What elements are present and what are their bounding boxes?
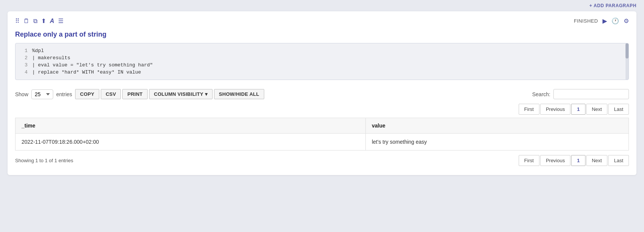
- bottom-row: Showing 1 to 1 of 1 entries First Previo…: [15, 155, 629, 166]
- top-first-button[interactable]: First: [519, 104, 539, 115]
- controls-row: Show 25 10 50 100 entries COPY CSV PRINT…: [15, 89, 629, 99]
- entries-select[interactable]: 25 10 50 100: [31, 89, 53, 99]
- controls-right: Search:: [532, 89, 629, 99]
- bottom-last-button[interactable]: Last: [608, 155, 629, 166]
- top-pagination: First Previous 1 Next Last: [15, 104, 629, 115]
- scrollbar-thumb[interactable]: [626, 43, 629, 58]
- search-input[interactable]: [553, 89, 629, 99]
- data-table: _time value 2022-11-07T09:18:26.000+02:0…: [15, 118, 629, 151]
- print-button[interactable]: PRINT: [122, 89, 147, 99]
- list-icon[interactable]: ☰: [58, 17, 63, 25]
- code-line-3: 3 | eval value = "let's try something ha…: [15, 61, 629, 69]
- cell-value: let's try something easy: [365, 134, 629, 151]
- show-label: Show: [15, 91, 28, 97]
- section-title: Replace only a part of string: [15, 31, 629, 38]
- line-number-2: 2: [20, 55, 28, 61]
- gear-icon[interactable]: ⚙: [624, 17, 629, 25]
- play-icon[interactable]: ▶: [602, 17, 607, 25]
- dropdown-arrow-icon: ▾: [205, 91, 208, 97]
- bottom-first-button[interactable]: First: [519, 155, 539, 166]
- code-line-1: 1 %dpl: [15, 47, 629, 54]
- main-card: ⠿ 🗒 ⧉ ⬆ A ☰ FINISHED ▶ 🕐 ⚙ Replace only …: [8, 11, 636, 175]
- top-previous-button[interactable]: Previous: [540, 104, 571, 115]
- search-label: Search:: [532, 91, 550, 97]
- csv-button[interactable]: CSV: [101, 89, 121, 99]
- column-header-value: value: [365, 118, 629, 134]
- top-bar: + ADD PARAGRAPH: [0, 0, 644, 11]
- add-paragraph-button[interactable]: + ADD PARAGRAPH: [589, 3, 636, 8]
- cell-time: 2022-11-07T09:18:26.000+02:00: [15, 134, 366, 151]
- scrollbar-track[interactable]: [626, 43, 629, 80]
- line-number-1: 1: [20, 48, 28, 54]
- clock-icon[interactable]: 🕐: [612, 17, 619, 25]
- column-visibility-button[interactable]: COLUMN VISIBILITY ▾: [149, 89, 213, 99]
- text-icon[interactable]: A: [50, 18, 54, 25]
- top-next-button[interactable]: Next: [586, 104, 608, 115]
- table-row: 2022-11-07T09:18:26.000+02:00 let's try …: [15, 134, 629, 151]
- copy-button[interactable]: COPY: [75, 89, 99, 99]
- code-block: 1 %dpl 2 | makeresults 3 | eval value = …: [15, 43, 629, 80]
- file-icon[interactable]: 🗒: [23, 18, 29, 25]
- action-buttons: COPY CSV PRINT COLUMN VISIBILITY ▾ SHOW/…: [75, 89, 264, 99]
- line-content-1: %dpl: [32, 48, 44, 54]
- code-line-2: 2 | makeresults: [15, 54, 629, 61]
- toolbar-left: ⠿ 🗒 ⧉ ⬆ A ☰: [15, 17, 63, 25]
- upload-icon[interactable]: ⬆: [41, 17, 46, 25]
- bottom-page-1-button[interactable]: 1: [571, 155, 585, 166]
- bottom-pagination: First Previous 1 Next Last: [519, 155, 629, 166]
- top-page-1-button[interactable]: 1: [571, 104, 585, 115]
- bottom-next-button[interactable]: Next: [586, 155, 608, 166]
- bottom-previous-button[interactable]: Previous: [540, 155, 571, 166]
- finished-label: FINISHED: [574, 18, 598, 24]
- table-header-row: _time value: [15, 118, 629, 134]
- line-content-2: | makeresults: [32, 55, 70, 61]
- show-hide-all-button[interactable]: SHOW/HIDE ALL: [214, 89, 264, 99]
- toolbar-right: FINISHED ▶ 🕐 ⚙: [574, 17, 629, 25]
- move-icon[interactable]: ⠿: [15, 17, 20, 25]
- line-content-4: | replace *hard* WITH *easy* IN value: [32, 69, 141, 75]
- code-line-4: 4 | replace *hard* WITH *easy* IN value: [15, 69, 629, 76]
- showing-label: Showing 1 to 1 of 1 entries: [15, 158, 73, 163]
- toolbar-row: ⠿ 🗒 ⧉ ⬆ A ☰ FINISHED ▶ 🕐 ⚙: [15, 17, 629, 25]
- top-last-button[interactable]: Last: [608, 104, 629, 115]
- line-content-3: | eval value = "let's try something hard…: [32, 62, 153, 68]
- entries-label: entries: [56, 91, 72, 97]
- line-number-3: 3: [20, 62, 28, 68]
- copy-icon[interactable]: ⧉: [33, 18, 37, 25]
- column-header-time: _time: [15, 118, 366, 134]
- line-number-4: 4: [20, 69, 28, 75]
- controls-left: Show 25 10 50 100 entries COPY CSV PRINT…: [15, 89, 264, 99]
